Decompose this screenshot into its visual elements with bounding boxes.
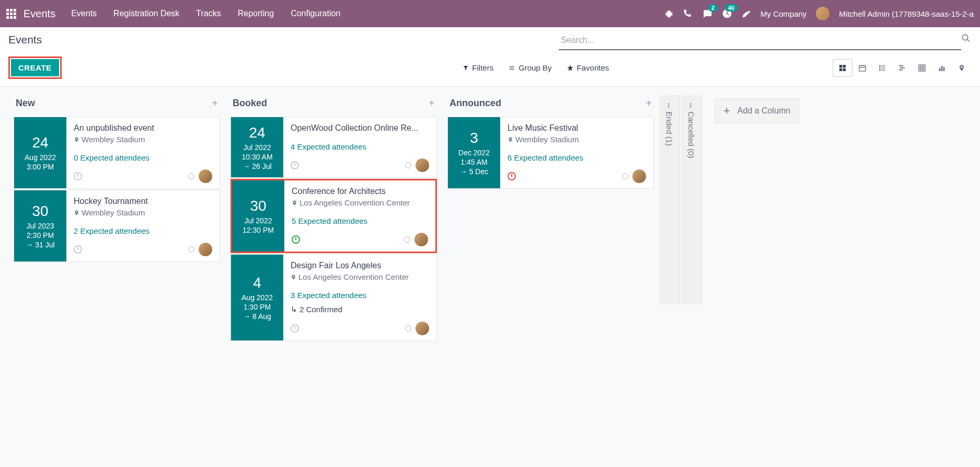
map-view-button[interactable]	[952, 59, 972, 77]
card-day: 30	[250, 198, 266, 214]
card-date-block: 4 Aug 2022 1:30 PM → 8 Aug	[231, 255, 283, 340]
event-card[interactable]: 30 Jul 2023 2:30 PM → 31 Jul Hockey Tour…	[14, 190, 220, 262]
folded-column[interactable]: ↔ Ended (1)	[659, 95, 680, 304]
card-location: Wembley Stadium	[74, 208, 212, 217]
card-end-date: → 26 Jul	[243, 162, 271, 170]
card-time: 3:00 PM	[27, 163, 54, 171]
create-button[interactable]: CREATE	[11, 59, 59, 76]
column-title: Announced	[449, 98, 501, 109]
event-card[interactable]: 24 Aug 2022 3:00 PM An unpublished event…	[14, 117, 220, 189]
activity-clock-icon[interactable]	[291, 324, 299, 333]
priority-dot[interactable]	[188, 173, 194, 179]
svg-rect-16	[899, 65, 903, 66]
svg-rect-3	[843, 65, 846, 67]
priority-dot[interactable]	[405, 325, 411, 332]
event-card[interactable]: 3 Dec 2022 1:45 AM → 5 Dec Live Music Fe…	[447, 117, 654, 189]
user-menu[interactable]: Mitchell Admin (17789348-saas-15-2-a	[839, 9, 974, 18]
favorites-dropdown[interactable]: Favorites	[567, 63, 609, 72]
pivot-view-button[interactable]	[912, 59, 932, 77]
gantt-view-button[interactable]	[892, 59, 912, 77]
card-end-date: → 8 Aug	[243, 312, 271, 321]
card-location: Los Angeles Convention Center	[291, 272, 429, 281]
responsible-avatar[interactable]	[632, 169, 646, 183]
card-day: 3	[470, 130, 478, 146]
responsible-avatar[interactable]	[199, 169, 212, 183]
kanban-column: Announced+ 3 Dec 2022 1:45 AM → 5 Dec Li…	[442, 95, 659, 190]
messaging-badge: 2	[708, 4, 718, 12]
breadcrumb-title: Events	[8, 33, 42, 46]
graph-view-button[interactable]	[932, 59, 952, 77]
responsible-avatar[interactable]	[199, 243, 212, 256]
responsible-avatar[interactable]	[416, 158, 429, 172]
svg-rect-18	[899, 69, 903, 70]
svg-rect-10	[879, 65, 881, 66]
priority-dot[interactable]	[622, 173, 628, 179]
activity-clock-icon[interactable]	[292, 235, 300, 244]
groupby-dropdown[interactable]: Group By	[508, 63, 551, 72]
activity-clock-icon[interactable]	[74, 245, 82, 254]
bug-icon[interactable]	[664, 9, 674, 18]
card-date-block: 3 Dec 2022 1:45 AM → 5 Dec	[448, 117, 500, 188]
kanban-view-button[interactable]	[833, 59, 852, 77]
svg-rect-26	[943, 67, 945, 71]
responsible-avatar[interactable]	[416, 322, 429, 335]
messaging-icon[interactable]: 2	[702, 8, 712, 19]
nav-registration-desk[interactable]: Registration Desk	[113, 9, 179, 18]
activity-icon[interactable]: 40	[722, 8, 732, 19]
search-icon[interactable]	[961, 33, 972, 43]
add-column-button[interactable]: +Add a Column	[714, 98, 799, 123]
pin-icon	[74, 136, 79, 143]
funnel-icon	[463, 65, 469, 71]
svg-rect-13	[881, 67, 885, 68]
phone-icon[interactable]	[683, 9, 693, 18]
event-card[interactable]: 4 Aug 2022 1:30 PM → 8 Aug Design Fair L…	[230, 254, 437, 341]
nav-reporting[interactable]: Reporting	[238, 9, 274, 18]
event-card[interactable]: 30 Jul 2022 12:30 PM Conference for Arch…	[230, 179, 437, 253]
search-input[interactable]	[559, 33, 961, 50]
pin-icon	[508, 136, 513, 143]
app-brand: Events	[24, 8, 55, 20]
svg-line-1	[967, 39, 970, 42]
svg-rect-14	[879, 69, 881, 71]
tools-icon[interactable]	[742, 9, 751, 18]
svg-point-0	[962, 35, 968, 40]
card-location: Wembley Stadium	[74, 135, 212, 144]
card-title: Design Fair Los Angeles	[291, 261, 429, 270]
card-month: Aug 2022	[241, 293, 273, 302]
card-title: An unpublished event	[74, 123, 212, 133]
priority-dot[interactable]	[188, 246, 194, 253]
priority-dot[interactable]	[404, 236, 410, 243]
card-time: 10:30 AM	[241, 153, 272, 161]
plus-icon: +	[723, 104, 730, 118]
pin-icon	[74, 209, 79, 217]
quick-create-icon[interactable]: +	[645, 97, 652, 109]
card-month: Dec 2022	[458, 149, 490, 157]
activity-badge: 40	[725, 4, 737, 12]
activity-clock-icon[interactable]	[508, 172, 516, 180]
filters-dropdown[interactable]: Filters	[463, 63, 493, 72]
svg-rect-24	[939, 68, 941, 71]
responsible-avatar[interactable]	[414, 233, 428, 246]
nav-events[interactable]: Events	[71, 9, 97, 18]
expected-attendees: 6 Expected attendees	[508, 153, 646, 162]
nav-configuration[interactable]: Configuration	[291, 9, 340, 18]
activity-clock-icon[interactable]	[74, 172, 82, 180]
folded-label: ↔ Cancelled (0)	[687, 101, 696, 158]
calendar-view-button[interactable]	[852, 59, 872, 77]
list-view-button[interactable]	[872, 59, 892, 77]
card-day: 24	[249, 124, 265, 141]
control-panel: Events CREATE Filters Group By Favorites	[0, 27, 980, 87]
apps-menu-icon[interactable]	[6, 9, 16, 19]
folded-column[interactable]: ↔ Cancelled (0)	[681, 95, 702, 304]
event-card[interactable]: 24 Jul 2022 10:30 AM → 26 Jul OpenWood C…	[230, 117, 437, 178]
user-avatar[interactable]	[816, 7, 829, 20]
quick-create-icon[interactable]: +	[429, 97, 435, 109]
activity-clock-icon[interactable]	[291, 161, 299, 169]
card-end-date: → 5 Dec	[460, 167, 488, 176]
card-time: 2:30 PM	[27, 231, 54, 240]
nav-tracks[interactable]: Tracks	[196, 9, 221, 18]
company-selector[interactable]: My Company	[760, 9, 806, 18]
quick-create-icon[interactable]: +	[212, 97, 218, 109]
list-icon	[508, 65, 515, 71]
priority-dot[interactable]	[405, 162, 411, 168]
